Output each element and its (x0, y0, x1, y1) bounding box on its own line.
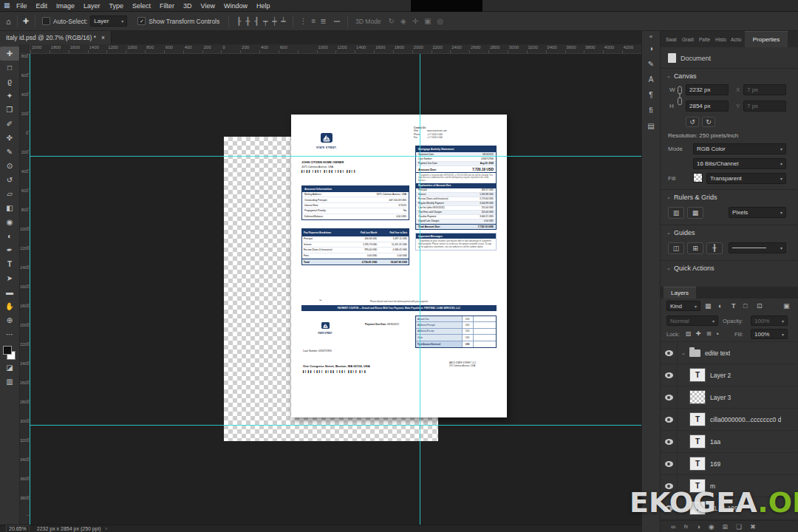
zoom-tool[interactable]: ⊕ (0, 313, 19, 327)
visibility-toggle[interactable] (661, 364, 678, 386)
menu-window[interactable]: Window (219, 0, 252, 12)
new-group-icon[interactable]: ⊞ (723, 523, 729, 531)
distribute-all-icon[interactable]: ≣ (320, 17, 326, 25)
shape-tool[interactable]: ▬ (0, 285, 19, 299)
layer-filter-kind-dropdown[interactable]: Kind▾ (666, 301, 700, 311)
delete-layer-icon[interactable]: ✖ (750, 523, 756, 531)
zoom-level-field[interactable]: 20.65% (6, 525, 30, 532)
layer-row[interactable]: T 1aa (661, 431, 798, 453)
filter-adjustment-icon[interactable]: ◐ (718, 302, 722, 310)
visibility-toggle[interactable] (661, 409, 678, 430)
eyedropper-tool[interactable]: ✐ (0, 117, 19, 131)
libraries-panel-icon[interactable]: ▤ (642, 119, 661, 133)
home-icon[interactable]: ⌂ (6, 17, 11, 26)
layer-row-group[interactable]: ⌄ edite text (661, 342, 798, 364)
new-layer-icon[interactable]: ❏ (736, 523, 742, 531)
mode-dropdown[interactable]: RGB Color▾ (693, 143, 786, 154)
canvas-height-field[interactable]: 2854 px (686, 100, 729, 112)
group-expand-icon[interactable]: ⌄ (681, 350, 686, 356)
path-selection-tool[interactable]: ➤ (0, 271, 19, 285)
type-tool[interactable]: T (0, 257, 19, 271)
units-dropdown[interactable]: Pixels▾ (729, 207, 786, 218)
opacity-dropdown[interactable]: 100%▾ (751, 316, 788, 326)
menu-filter[interactable]: Filter (155, 0, 179, 12)
app-icon[interactable]: ▦ (4, 1, 10, 9)
layer-style-icon[interactable]: fx (683, 523, 688, 530)
quick-actions-section-header[interactable]: ⌄ Quick Actions (666, 265, 714, 272)
rotate-cw-button[interactable]: ↻ (702, 117, 715, 127)
quick-selection-tool[interactable]: ✦ (0, 89, 19, 103)
menu-layer[interactable]: Layer (79, 0, 105, 12)
collapse-panels-icon[interactable]: « (649, 33, 652, 40)
transform-controls-checkbox[interactable]: ✓ (137, 17, 146, 25)
pen-tool[interactable]: ✒ (0, 243, 19, 257)
tab-properties[interactable]: Properties (745, 31, 788, 47)
healing-brush-tool[interactable]: ✜ (0, 131, 19, 145)
tab-patterns[interactable]: Patte (699, 37, 710, 42)
marquee-tool[interactable]: □ (0, 61, 19, 75)
visibility-toggle[interactable] (661, 453, 678, 474)
lasso-tool[interactable]: ϱ (0, 75, 19, 89)
menu-view[interactable]: View (197, 0, 219, 12)
filter-shape-icon[interactable]: □ (743, 302, 747, 310)
hand-tool[interactable]: ✋ (0, 299, 19, 313)
auto-select-dropdown[interactable]: Layer ▾ (90, 16, 127, 27)
blend-mode-dropdown[interactable]: Normal▾ (666, 316, 718, 326)
paragraph-panel-icon[interactable]: ¶ (642, 88, 661, 102)
ruler-vertical[interactable]: 8006004002000200400600800100012001400160… (20, 54, 30, 526)
layer-row[interactable]: T 169 (661, 453, 798, 475)
canvas-area[interactable]: STATE STREET. Contact Us: Web:www.states… (30, 54, 641, 526)
layer-row[interactable]: T cilla0000000...ccccccc0 d (661, 409, 798, 431)
lock-artboard-icon[interactable]: ⊞ (706, 330, 712, 337)
eraser-tool[interactable]: ▱ (0, 187, 19, 201)
screen-mode-button[interactable]: ▥ (0, 375, 19, 389)
clone-stamp-tool[interactable]: ⊙ (0, 159, 19, 173)
quick-mask-button[interactable]: ◪ (0, 361, 19, 375)
fill-swatch[interactable] (693, 173, 703, 183)
brush-settings-panel-icon[interactable]: ✎ (642, 57, 661, 71)
foreground-color-swatch[interactable] (3, 346, 12, 355)
status-arrow-icon[interactable]: › (106, 526, 107, 531)
lock-guides-button[interactable]: ⊞ (687, 242, 703, 254)
lock-position-icon[interactable]: ✚ (696, 330, 701, 337)
filter-pixel-icon[interactable]: ▦ (705, 302, 712, 310)
align-center-v-icon[interactable]: ╂ (245, 17, 250, 25)
character-panel-icon[interactable]: A (642, 72, 661, 86)
visibility-toggle[interactable] (661, 431, 678, 452)
align-bottom-icon[interactable]: ┷ (281, 17, 285, 25)
layer-mask-icon[interactable]: ◑ (696, 523, 700, 531)
guide-style-dropdown[interactable]: ▾ (729, 242, 786, 253)
gradient-tool[interactable]: ◧ (0, 201, 19, 215)
blur-tool[interactable]: ◉ (0, 215, 19, 229)
toggle-rulers-button[interactable]: ▥ (668, 207, 684, 219)
distribute-h-icon[interactable]: ≡ (311, 17, 316, 25)
link-layers-icon[interactable]: ∞ (671, 523, 675, 531)
bit-depth-dropdown[interactable]: 16 Bits/Channel▾ (693, 158, 786, 169)
align-center-h-icon[interactable]: ┿ (272, 17, 276, 25)
tab-layers[interactable]: Layers (664, 287, 696, 299)
menu-image[interactable]: Image (52, 0, 79, 12)
3d-pan-icon[interactable]: ✛ (412, 17, 418, 25)
tab-gradients[interactable]: Gradi (682, 37, 694, 42)
crop-tool[interactable]: ❒ (0, 103, 19, 117)
ruler-corner[interactable] (20, 44, 30, 54)
more-options-icon[interactable]: ••• (334, 18, 340, 24)
visibility-toggle[interactable] (661, 342, 678, 364)
history-brush-tool[interactable]: ↺ (0, 173, 19, 187)
menu-3d[interactable]: 3D (179, 0, 197, 12)
guides-section-header[interactable]: ⌄ Guides (666, 229, 695, 236)
adjustment-layer-icon[interactable]: ◉ (709, 523, 715, 531)
clear-guides-button[interactable]: ╂ (706, 242, 723, 254)
lock-transparency-icon[interactable]: ▨ (686, 330, 692, 337)
layer-row[interactable]: T Layer 2 (661, 364, 798, 386)
tab-swatches[interactable]: Swat (666, 37, 676, 42)
rulers-grids-section-header[interactable]: ⌄ Rulers & Grids (666, 194, 717, 201)
align-top-icon[interactable]: ┯ (263, 17, 267, 25)
distribute-v-icon[interactable]: ⋮ (299, 17, 307, 25)
canvas-width-field[interactable]: 2232 px (686, 84, 729, 95)
filter-smart-object-icon[interactable]: ⊡ (757, 302, 763, 310)
tab-close-icon[interactable]: × (101, 34, 105, 41)
layer-row[interactable]: Layer 3 (661, 386, 798, 409)
canvas-section-header[interactable]: ⌄ Canvas (666, 72, 696, 80)
visibility-toggle[interactable] (661, 386, 678, 408)
